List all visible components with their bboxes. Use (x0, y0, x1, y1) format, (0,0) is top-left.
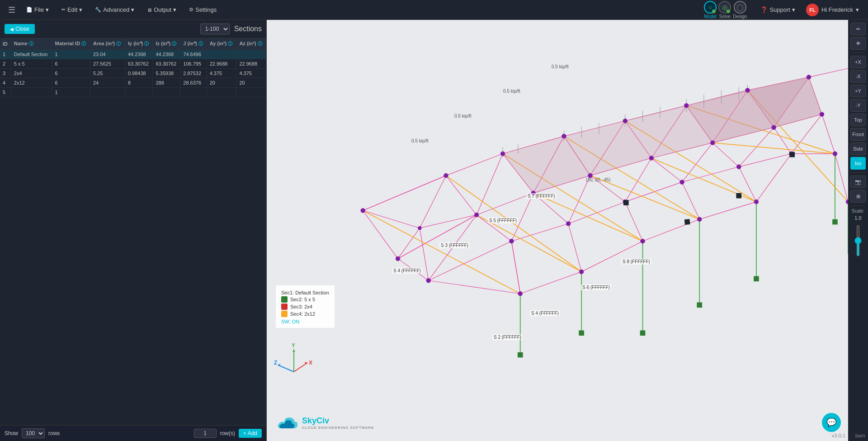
svg-rect-145 (754, 276, 759, 282)
svg-rect-144 (697, 303, 702, 308)
sections-panel: Close 1-100 Sections ID Name ⓘ Material … (0, 20, 267, 441)
minus-x-button[interactable]: -X (850, 70, 866, 83)
structure-svg (267, 20, 848, 441)
table-row[interactable]: 42x12624828828.63762020 (0, 78, 266, 88)
hamburger-menu[interactable]: ☰ (5, 3, 19, 17)
main-content: Close 1-100 Sections ID Name ⓘ Material … (0, 20, 868, 441)
model-mode-button[interactable]: ○ Model (704, 1, 717, 19)
col-name: Name ⓘ (11, 38, 52, 50)
svg-point-125 (820, 112, 824, 117)
svg-point-120 (531, 191, 536, 195)
table-row[interactable]: 25 x 5627.562563.3076263.30762106.79522.… (0, 59, 266, 69)
rows-per-page-select[interactable]: 100 (22, 428, 45, 438)
project-name: barn (855, 433, 865, 438)
svg-rect-148 (736, 193, 741, 199)
col-j: J (in⁴) ⓘ (180, 38, 207, 50)
user-menu[interactable]: FL Hi Frederick ▾ (802, 2, 863, 18)
svg-point-122 (649, 156, 654, 161)
output-menu[interactable]: 🖥 Output ▾ (142, 5, 182, 15)
svg-point-123 (710, 141, 715, 145)
design-mode-button[interactable]: ◯ Design (733, 1, 747, 19)
col-id: ID (0, 38, 11, 50)
area-info-icon[interactable]: ⓘ (116, 41, 121, 46)
table-container: ID Name ⓘ Material ID ⓘ Area (in²) ⓘ Iy … (0, 38, 266, 425)
table-row[interactable]: 51 (0, 88, 266, 97)
svg-point-111 (444, 173, 448, 178)
minus-y-button[interactable]: -Y (850, 99, 866, 112)
legend-sec4-label: Sec4: 2x12 (290, 311, 315, 317)
panel-header: Close 1-100 Sections (0, 20, 266, 38)
iy-info-icon[interactable]: ⓘ (144, 41, 149, 46)
plus-y-button[interactable]: +Y (850, 85, 866, 97)
visibility-tool-button[interactable]: 👁 (850, 37, 866, 50)
scale-label: Scale: (852, 209, 864, 213)
legend-sec4-color (281, 311, 288, 317)
add-button[interactable]: + Add (239, 429, 262, 438)
svg-rect-147 (684, 219, 690, 225)
version-text: v3.0.1 (832, 433, 845, 438)
canvas-area[interactable]: 0.5 kip/ft 0.5 kip/ft 0.5 kip/ft 0.5 kip… (267, 20, 868, 441)
top-view-button[interactable]: Top (850, 114, 866, 126)
coordinate-axes: X Y Z (274, 340, 314, 382)
svg-point-115 (684, 104, 689, 108)
svg-point-138 (697, 217, 702, 222)
table-row[interactable]: 32x465.250.984385.359382.875324.3754.375 (0, 69, 266, 78)
close-button[interactable]: Close (5, 24, 35, 34)
name-info-icon[interactable]: ⓘ (29, 41, 33, 46)
svg-point-113 (562, 134, 566, 138)
row-s-label: row(s) (220, 430, 235, 436)
legend-item-4: Sec4: 2x12 (281, 311, 329, 317)
rows-label: rows (48, 430, 60, 436)
legend-item-1: Sec1: Default Section (281, 290, 329, 295)
settings-menu[interactable]: ⚙ Settings (184, 5, 222, 15)
svg-point-112 (500, 152, 505, 156)
legend-sec2-color (281, 296, 288, 303)
scale-value: 1.0 (854, 215, 861, 221)
support-menu[interactable]: ❓ Support ▾ (756, 5, 800, 15)
svg-point-110 (361, 209, 365, 213)
edit-tool-button[interactable]: ✏ (850, 23, 866, 35)
user-avatar: FL (806, 4, 819, 16)
svg-rect-149 (623, 200, 629, 205)
legend-sec1-label: Sec1: Default Section (281, 290, 329, 295)
ay-info-icon[interactable]: ⓘ (228, 41, 232, 46)
svg-text:Z: Z (274, 360, 277, 366)
scale-slider[interactable] (857, 225, 859, 256)
svg-line-155 (278, 365, 294, 372)
iz-info-icon[interactable]: ⓘ (172, 41, 176, 46)
svg-marker-158 (292, 349, 295, 352)
svg-point-132 (736, 165, 741, 169)
plus-x-button[interactable]: +X (850, 56, 866, 68)
layers-button[interactable]: ⊞ (850, 190, 866, 203)
iso-view-button[interactable]: Iso (850, 157, 866, 170)
az-info-icon[interactable]: ⓘ (258, 41, 262, 46)
screenshot-button[interactable]: 📷 (850, 175, 866, 188)
toolbar-divider-3 (851, 205, 865, 206)
advanced-menu[interactable]: 🔧 Advanced ▾ (90, 5, 140, 15)
svg-point-114 (623, 119, 627, 123)
j-info-icon[interactable]: ⓘ (198, 41, 203, 46)
scale-slider-container[interactable] (857, 223, 859, 259)
front-view-button[interactable]: Front (850, 128, 866, 141)
edit-menu[interactable]: ✏ Edit ▾ (56, 5, 88, 15)
svg-point-131 (680, 180, 684, 185)
sections-table: ID Name ⓘ Material ID ⓘ Area (in²) ⓘ Iy … (0, 38, 266, 97)
logo-text-container: SkyCiv CLOUD ENGINEERING SOFTWARE (302, 416, 374, 430)
legend-sec2-label: Sec2: 5 x 5 (290, 297, 315, 302)
table-row[interactable]: 1Default Section123.0444.236844.236874.6… (0, 50, 266, 59)
solve-mode-button[interactable]: ◎ Solve (718, 1, 731, 19)
add-rows-input[interactable] (194, 429, 217, 438)
right-toolbar: ✏ 👁 +X -X +Y -Y Top Front Side Iso 📷 ⊞ S… (848, 20, 868, 441)
logo-svg (276, 414, 298, 432)
svg-point-134 (833, 152, 837, 156)
side-view-button[interactable]: Side (850, 142, 866, 155)
chat-button[interactable]: 💬 (822, 413, 841, 432)
file-menu[interactable]: 📄 File ▾ (21, 5, 54, 15)
range-select[interactable]: 1-100 (200, 24, 230, 34)
svg-point-129 (566, 222, 571, 226)
svg-text:Y: Y (292, 342, 295, 349)
material-info-icon[interactable]: ⓘ (81, 41, 86, 46)
top-navigation: ☰ 📄 File ▾ ✏ Edit ▾ 🔧 Advanced ▾ 🖥 Outpu… (0, 0, 868, 20)
svg-point-128 (509, 239, 514, 243)
col-material: Material ID ⓘ (52, 38, 90, 50)
